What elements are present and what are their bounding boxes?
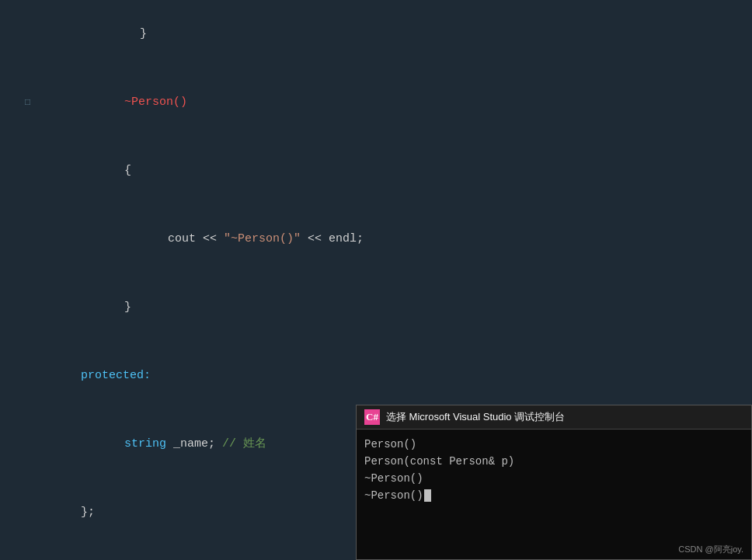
console-output-line: Person() [364, 436, 743, 453]
code-line: cout << "~Person()" << endl; [0, 205, 752, 273]
console-output-line: ~Person() [364, 487, 743, 504]
code-content: ~Person() [36, 70, 752, 135]
code-line: } [0, 273, 752, 342]
console-icon: C# [364, 409, 380, 425]
code-content: } [36, 2, 752, 67]
code-content: } [36, 275, 752, 340]
code-line: } [0, 0, 752, 68]
cursor [424, 489, 431, 502]
code-content: cout << "~Person()" << endl; [36, 207, 752, 272]
console-title: 选择 Microsoft Visual Studio 调试控制台 [386, 410, 565, 424]
console-output-line: Person(const Person& p) [364, 453, 743, 470]
code-line: protected: [0, 342, 752, 410]
collapse-icon[interactable]: □ [25, 97, 36, 108]
code-content: protected: [36, 343, 752, 409]
code-content: { [36, 138, 752, 203]
console-body: Person() Person(const Person& p) ~Person… [357, 430, 751, 510]
code-line: □ ~Person() [0, 68, 752, 137]
code-line: { [0, 137, 752, 205]
console-window[interactable]: C# 选择 Microsoft Visual Studio 调试控制台 Pers… [356, 405, 752, 560]
console-watermark: CSDN @阿亮joy. [678, 544, 743, 555]
console-titlebar: C# 选择 Microsoft Visual Studio 调试控制台 [357, 405, 751, 430]
console-output-line: ~Person() [364, 470, 743, 487]
